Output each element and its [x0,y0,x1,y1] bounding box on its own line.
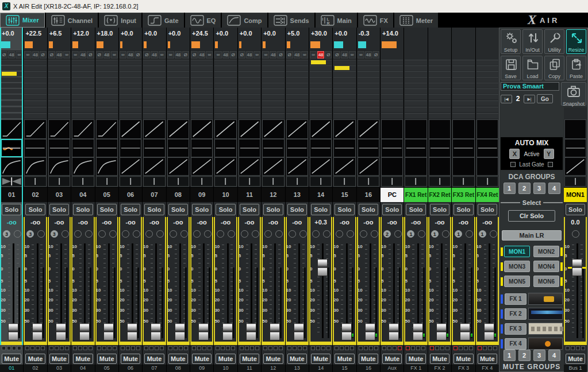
gain-value[interactable]: +6.5 [48,28,71,39]
fader[interactable]: 1050510203050 [238,241,261,342]
eq-thumbnail[interactable] [310,139,332,157]
gain-value[interactable]: +30.0 [309,28,332,39]
fader[interactable]: 1050510203050 [476,241,499,342]
paste-button[interactable]: Paste [566,56,586,80]
mon-bus-button-mon2[interactable]: MON2 [533,246,559,257]
fx4-rack-thumbnail[interactable] [528,338,563,350]
channel-scribble[interactable]: 04 [71,365,94,372]
fader-track[interactable] [322,243,324,338]
link-button[interactable]: ∞ [214,51,221,59]
gain-value[interactable] [476,28,499,39]
fader[interactable]: 1050510203050 [167,241,190,342]
polarity-button[interactable]: Ø [239,51,245,59]
snapshot-next-button[interactable]: ▶| [524,95,535,103]
gate-thumbnail[interactable] [429,119,451,139]
fader[interactable]: 1050510203050 [0,241,23,342]
fader-cap[interactable] [341,323,352,340]
fader-cap[interactable] [294,323,304,340]
comp-thumbnail[interactable] [96,157,118,176]
mute-button[interactable]: Mute [382,354,402,364]
mon-bus-button-mon5[interactable]: MON5 [504,276,530,287]
solo-button[interactable]: Solo [566,204,585,215]
phantom-48v-button[interactable]: 48 [175,51,182,59]
fader-cap[interactable] [572,259,582,276]
gate-thumbnail[interactable] [120,119,141,139]
mute-button[interactable]: Mute [478,354,497,364]
polarity-button[interactable]: Ø [182,51,189,59]
gate-thumbnail[interactable] [452,119,474,139]
comp-thumbnail[interactable] [120,157,141,176]
eq-thumbnail[interactable] [564,139,586,157]
mon-bus-button-mon1[interactable]: MON1 [504,246,530,257]
channel-name-tab[interactable]: 06 [119,187,142,202]
channel-name-tab[interactable]: 09 [190,187,213,202]
gain-value[interactable]: +12.0 [71,28,94,39]
eq-thumbnail[interactable] [191,139,213,157]
mute-button[interactable]: Mute [73,354,93,364]
channel-scribble[interactable]: 13 [286,365,309,372]
gate-thumbnail[interactable] [191,119,213,139]
fader-cap[interactable] [460,323,470,340]
eq-thumbnail[interactable] [143,139,165,157]
utility-button[interactable]: Utility [544,29,564,54]
comp-thumbnail[interactable] [24,157,46,176]
fader-cap[interactable] [32,323,43,340]
link-button[interactable]: ∞ [24,51,31,59]
gate-thumbnail[interactable] [239,119,260,139]
phantom-48v-button[interactable]: 48 [32,51,39,59]
gate-thumbnail[interactable] [96,119,118,139]
comp-thumbnail[interactable] [333,157,355,176]
gain-value[interactable] [428,28,451,39]
link-button[interactable]: ∞ [72,51,79,59]
dca-group-2-button[interactable]: 2 [518,183,531,194]
pan-control[interactable] [309,176,332,187]
solo-button[interactable]: Solo [430,204,449,215]
pan-control[interactable] [428,176,451,187]
phantom-48v-button[interactable]: 48 [365,51,372,59]
pan-control[interactable] [286,176,309,187]
channel-name-tab[interactable]: 02 [24,187,47,202]
phantom-48v-button[interactable]: 48 [270,51,276,59]
channel-name-tab[interactable]: 16 [357,187,380,202]
channel-scribble[interactable]: 16 [357,365,380,372]
polarity-button[interactable]: Ø [286,51,293,59]
comp-thumbnail[interactable] [1,157,22,176]
polarity-button[interactable]: Ø [325,51,332,59]
comp-thumbnail[interactable] [262,157,284,176]
channel-name-tab[interactable]: 08 [167,187,190,202]
polarity-button[interactable]: Ø [87,51,94,59]
fx1-rack-thumbnail[interactable] [528,293,563,305]
gain-value[interactable]: +0.0 [0,28,23,39]
phantom-48v-button[interactable]: 48 [198,51,205,59]
channel-scribble[interactable]: 08 [167,365,190,372]
pan-control[interactable] [48,176,71,187]
link-button[interactable]: ∞ [16,51,22,59]
polarity-button[interactable]: Ø [48,51,55,59]
mute-button[interactable]: Mute [359,354,378,364]
solo-button[interactable]: Solo [478,204,497,215]
gain-value[interactable]: +14.0 [381,28,403,39]
tab-comp[interactable]: Comp [222,13,267,28]
snapshot-prev-button[interactable]: |◀ [501,95,512,103]
mute-button[interactable]: Mute [406,354,425,364]
solo-button[interactable]: Solo [97,204,117,215]
channel-scribble[interactable]: 15 [333,365,356,372]
comp-thumbnail[interactable] [476,157,498,176]
fader[interactable]: 1050510203050 [190,241,213,342]
comp-thumbnail[interactable] [358,157,379,176]
fader[interactable]: 1050510203050 [381,241,403,342]
fader[interactable]: 1050510203050 [357,241,380,342]
solo-button[interactable]: Solo [359,204,378,215]
fader-cap[interactable] [413,323,423,340]
polarity-button[interactable]: Ø [1,51,7,59]
pan-control[interactable] [476,176,499,187]
eq-thumbnail[interactable] [358,139,379,157]
gain-value[interactable]: +24.5 [190,28,213,39]
eq-thumbnail[interactable] [1,139,22,157]
eq-thumbnail[interactable] [381,139,403,157]
solo-button[interactable]: Solo [168,204,188,215]
fader[interactable]: 1050510203050 [143,241,166,342]
channel-name-tab[interactable]: 15 [333,187,356,202]
automix-x-button[interactable]: X [509,149,520,159]
mon-bus-button-mon4[interactable]: MON4 [533,261,559,272]
